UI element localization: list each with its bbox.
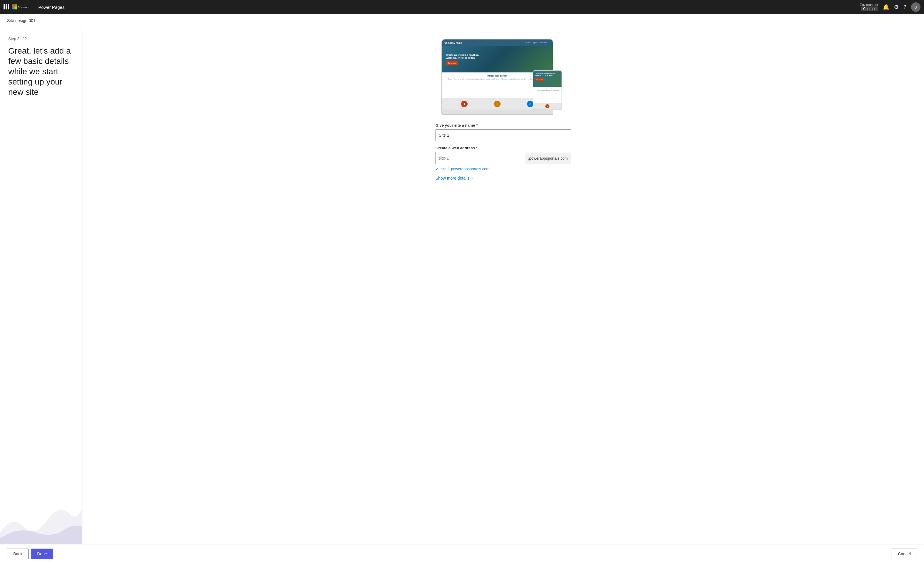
- svg-rect-0: [3, 4, 5, 6]
- environment-info: Environment Contoso: [860, 3, 878, 11]
- step-heading: Great, let's add a few basic details whi…: [8, 46, 74, 97]
- right-panel: Company name Home Pages Contact us ... C…: [82, 27, 924, 544]
- mobile-hero: Create an engaging headline, welcome, or…: [533, 71, 561, 87]
- svg-rect-8: [8, 8, 9, 9]
- url-suffix: .powerappsportals.com: [525, 152, 571, 164]
- svg-rect-3: [3, 6, 5, 8]
- web-address-label: Create a web address *: [435, 146, 571, 150]
- url-validation: ✓ site-1.powerappsportals.com: [435, 167, 571, 171]
- laptop-nav-link-contact: Contact us: [538, 42, 547, 44]
- settings-icon[interactable]: ⚙: [894, 4, 898, 10]
- svg-rect-6: [3, 8, 5, 9]
- laptop-nav-bar: Company name Home Pages Contact us ...: [442, 39, 553, 46]
- avatar[interactable]: U: [911, 2, 921, 12]
- left-panel: Step 2 of 2 Great, let's add a few basic…: [0, 27, 82, 544]
- web-address-input[interactable]: [436, 152, 525, 164]
- site-name-required: *: [476, 123, 478, 128]
- svg-rect-10: [14, 5, 17, 7]
- svg-rect-1: [6, 4, 7, 6]
- done-button[interactable]: Done: [31, 549, 53, 559]
- svg-rect-2: [8, 4, 9, 6]
- badge-2: 2: [494, 101, 501, 107]
- svg-rect-4: [6, 6, 7, 8]
- svg-rect-9: [12, 5, 14, 7]
- notification-icon[interactable]: 🔔: [883, 4, 889, 10]
- svg-rect-7: [6, 8, 7, 9]
- mobile-intro-text: Create a short paragraph that shows your…: [535, 90, 560, 91]
- back-button[interactable]: Back: [7, 549, 28, 559]
- mobile-hero-text: Create an engaging headline, welcome, or…: [535, 72, 560, 76]
- laptop-hero: Create an engaging headline, welcome, or…: [442, 46, 553, 72]
- main-layout: Step 2 of 2 Great, let's add a few basic…: [0, 27, 924, 544]
- url-input-wrapper: .powerappsportals.com: [435, 152, 571, 164]
- help-icon[interactable]: ?: [903, 4, 906, 10]
- cancel-button[interactable]: Cancel: [892, 549, 917, 559]
- wave-decoration: [0, 485, 82, 544]
- microsoft-logo: Microsoft: [12, 4, 35, 11]
- mobile-badge-row: 1: [533, 103, 561, 110]
- chevron-down-icon: ∨: [471, 176, 474, 180]
- svg-rect-12: [14, 7, 17, 9]
- mobile-intro: Introduction section Create a short para…: [533, 87, 561, 103]
- env-value: Contoso: [861, 6, 878, 11]
- laptop-hero-btn: Call to action: [446, 61, 458, 65]
- validated-url: site-1.powerappsportals.com: [441, 167, 489, 171]
- mobile-badge-1: 1: [545, 104, 549, 108]
- site-name-label: Give your site a name *: [435, 123, 571, 128]
- nav-right: Environment Contoso 🔔 ⚙ ? U: [860, 2, 921, 12]
- preview-area: Company name Home Pages Contact us ... C…: [441, 39, 565, 115]
- laptop-nav-link-more: ...: [549, 42, 550, 44]
- page-title: Site design 001: [7, 18, 36, 23]
- footer: Back Done Cancel: [0, 544, 924, 563]
- laptop-nav-link-home: Home: [525, 42, 530, 44]
- laptop-base: [442, 110, 553, 114]
- mobile-screen: Create an engaging headline, welcome, or…: [533, 71, 561, 103]
- svg-rect-11: [12, 7, 14, 9]
- check-icon: ✓: [435, 167, 439, 171]
- laptop-nav-links: Home Pages Contact us ...: [525, 42, 550, 44]
- form-section: Give your site a name * Create a web add…: [435, 123, 571, 180]
- web-address-required: *: [476, 146, 477, 150]
- site-name-input[interactable]: [435, 129, 571, 141]
- page-header: Site design 001: [0, 14, 924, 27]
- mobile-hero-btn: Call to action: [535, 78, 544, 81]
- grid-icon[interactable]: [3, 4, 9, 10]
- show-more-label: Show more details: [435, 176, 470, 180]
- mobile-preview: Create an engaging headline, welcome, or…: [532, 70, 562, 110]
- env-label: Environment: [860, 3, 878, 6]
- svg-rect-5: [8, 6, 9, 8]
- show-more-button[interactable]: Show more details ∨: [435, 176, 474, 180]
- app-name: Power Pages: [38, 5, 860, 10]
- step-label: Step 2 of 2: [8, 36, 74, 41]
- badge-1: 1: [461, 101, 468, 107]
- laptop-nav-logo: Company name: [444, 42, 462, 44]
- laptop-nav-link-pages: Pages: [532, 42, 537, 44]
- svg-text:Microsoft: Microsoft: [18, 5, 30, 9]
- mobile-intro-title: Introduction section: [535, 88, 560, 90]
- top-nav: Microsoft Power Pages Environment Contos…: [0, 0, 924, 14]
- laptop-hero-text: Create an engaging headline, welcome, or…: [446, 54, 482, 60]
